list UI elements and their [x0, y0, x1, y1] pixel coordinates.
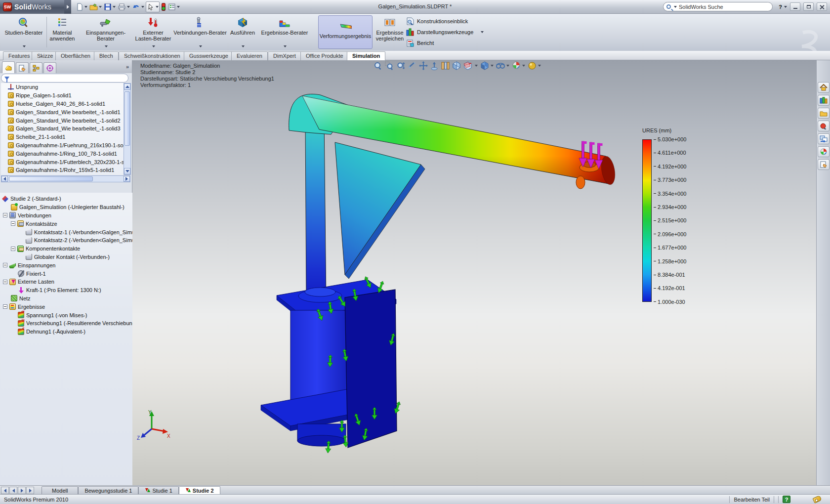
file-explorer-button[interactable] [818, 108, 830, 119]
scrollbar-thumb[interactable] [9, 176, 93, 181]
tree-item[interactable]: Galgenaufnahme-1/Rohr_159x5-1-solid1 [1, 166, 124, 174]
konstruktionseinblick-button[interactable]: Konstruktionseinblick [406, 17, 468, 26]
tree-item[interactable]: Verbindungen [0, 211, 132, 220]
feature-tree-tab[interactable] [2, 61, 15, 73]
custom-properties-button[interactable] [818, 159, 830, 170]
tree-item[interactable]: Kontaktsätze [0, 219, 132, 228]
open-button[interactable] [89, 1, 102, 12]
dimxpert-manager-tab[interactable] [43, 62, 56, 73]
collapse-icon[interactable] [3, 263, 7, 267]
tab-office-produkte[interactable]: Office Produkte [300, 51, 349, 60]
material-anwenden-button[interactable]: Material anwenden [48, 15, 77, 49]
dropdown-icon[interactable] [23, 45, 26, 47]
dropdown-icon[interactable] [105, 45, 108, 47]
tree-item[interactable]: Einspannungen [0, 261, 132, 269]
tree-item[interactable]: Netz [0, 294, 132, 303]
design-library-button[interactable] [818, 95, 830, 106]
tree-vertical-scrollbar[interactable] [124, 83, 131, 175]
tree-item[interactable]: Globaler Kontakt (-Verbunden-) [0, 253, 132, 261]
tab-scroll-left-button[interactable] [9, 487, 17, 494]
collapse-icon[interactable] [11, 247, 15, 251]
ergebnisse-vergleichen-button[interactable]: Ergebnisse vergleichen [374, 15, 405, 49]
collapse-icon[interactable] [3, 280, 7, 284]
collapse-icon[interactable] [3, 213, 7, 217]
quick-tips-icon[interactable]: ? [783, 496, 790, 503]
solidworks-search-button[interactable] [818, 121, 830, 131]
dropdown-icon[interactable] [242, 45, 245, 47]
collapse-icon[interactable] [11, 221, 15, 226]
tree-item[interactable]: Galgen_Standard_Wie bearbeitet_-1-solid1 [1, 108, 124, 116]
tab-simulation[interactable]: Simulation [347, 51, 385, 60]
scroll-up-button[interactable] [124, 84, 130, 90]
search-input[interactable]: SolidWorks Suche [663, 2, 773, 11]
tab-gusswerkzeuge[interactable]: Gusswerkzeuge [184, 51, 234, 60]
property-manager-tab[interactable] [16, 62, 29, 73]
tree-item[interactable]: σSpannung1 (-von Mises-) [0, 311, 132, 319]
graphics-viewport[interactable]: Modellname: Galgen_Simulatiion Studienna… [132, 60, 816, 485]
tab-modell[interactable]: Modell [42, 486, 78, 494]
restore-button[interactable] [803, 2, 814, 11]
darstellungswerkzeuge-button[interactable]: Darstellungswerkzeuge [406, 28, 484, 37]
configuration-manager-tab[interactable] [30, 62, 42, 73]
tree-item[interactable]: Ursprung [1, 83, 124, 91]
externer-lasten-berater-button[interactable]: Externer Lasten-Berater [134, 15, 172, 49]
tree-item[interactable]: εDehnung1 (-Äquivalent-) [0, 328, 132, 336]
tree-item[interactable]: Galgen_Simulatiion (-Unlegierter Baustah… [0, 203, 132, 211]
undo-button[interactable] [131, 1, 145, 12]
verbindungen-berater-button[interactable]: Verbindungen-Berater [173, 15, 227, 49]
ausfuehren-button[interactable]: Ausführen [228, 15, 257, 49]
tab-studie-1[interactable]: Studie 1 [138, 486, 178, 494]
view-palette-button[interactable] [818, 133, 830, 144]
tab-evaluieren[interactable]: Evaluieren [231, 51, 268, 60]
tree-item[interactable]: Galgenaufnahme-1/Ring_100_78-1-solid1 [1, 149, 124, 158]
tree-item[interactable]: Rippe_Galgen-1-solid1 [1, 91, 124, 100]
new-document-button[interactable] [75, 1, 88, 12]
minimize-button[interactable] [790, 2, 800, 11]
help-button[interactable]: ? [779, 4, 787, 10]
tree-item[interactable]: uVerschiebung1 (-Resultierende Verschieb… [0, 319, 132, 328]
tab-scroll-last-button[interactable] [26, 487, 34, 494]
tree-item[interactable]: Galgenaufnahme-1/Fuehrung_216x190-1-soli… [1, 141, 124, 150]
search-dropdown-icon[interactable] [674, 6, 677, 8]
scroll-right-button[interactable] [124, 176, 130, 182]
dropdown-icon[interactable] [481, 31, 484, 33]
studien-berater-button[interactable]: Studien-Berater [3, 15, 44, 49]
appearances-scenes-button[interactable] [818, 146, 830, 157]
tree-item[interactable]: Ergebnisse [0, 302, 132, 311]
tab-scroll-right-button[interactable] [18, 487, 26, 494]
tree-item[interactable]: Kontaktsatz-1 (-Verbunden<Galgen_Simula [0, 228, 132, 236]
tree-item[interactable]: Scheibe_21-1-solid1 [1, 133, 124, 141]
scrollbar-thumb[interactable] [124, 91, 130, 146]
traffic-light-icon[interactable] [161, 1, 166, 12]
verformungsergebnis-button[interactable]: Verformungsergebnis [318, 15, 373, 49]
save-button[interactable] [103, 1, 116, 12]
tree-horizontal-scrollbar[interactable] [1, 175, 130, 182]
close-button[interactable] [817, 2, 827, 11]
tab-studie-2[interactable]: Studie 2 [179, 486, 220, 494]
tree-item[interactable]: Kraft-1 (:Pro Element: 1300 N:) [0, 286, 132, 294]
tree-item[interactable]: Galgen_Standard_Wie bearbeitet_-1-solid3 [1, 125, 124, 133]
tree-item[interactable]: Externe Lasten [0, 278, 132, 286]
dropdown-icon[interactable] [199, 45, 202, 47]
tree-item[interactable]: Kontaktsatz-2 (-Verbunden<Galgen_Simula [0, 236, 132, 245]
tab-schweisskonstruktionen[interactable]: Schweißkonstruktionen [119, 51, 186, 60]
dropdown-icon[interactable] [152, 45, 155, 47]
collapse-icon[interactable] [3, 304, 7, 309]
tab-oberflaechen[interactable]: Oberflächen [55, 51, 96, 60]
ergebnisse-berater-button[interactable]: Ergebnisse-Berater [259, 15, 310, 49]
tree-item[interactable]: Studie 2 (-Standard-) [0, 195, 132, 203]
panel-more-chevron[interactable]: » [126, 64, 129, 70]
tab-features[interactable]: Features [3, 51, 35, 60]
scroll-down-button[interactable] [124, 168, 130, 174]
scroll-left-button[interactable] [1, 176, 8, 182]
tab-scroll-first-button[interactable] [1, 487, 9, 494]
print-button[interactable] [117, 1, 130, 12]
options-button[interactable] [167, 1, 180, 12]
select-tool-button[interactable] [146, 1, 160, 12]
tab-blech[interactable]: Blech [94, 51, 119, 60]
einspannungen-berater-button[interactable]: Einspannungen-Berater [78, 15, 133, 49]
tree-item[interactable]: Huelse_Galgen_R40_26_86-1-solid1 [1, 100, 124, 108]
tree-filter-input[interactable] [1, 74, 128, 83]
tree-item[interactable]: Galgen_Standard_Wie bearbeitet_-1-solid2 [1, 116, 124, 125]
resources-home-button[interactable] [818, 82, 830, 93]
